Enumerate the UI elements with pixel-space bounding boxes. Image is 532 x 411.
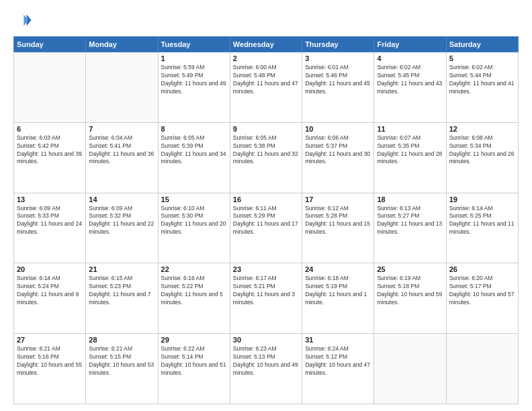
- calendar-cell: 5Sunrise: 6:02 AM Sunset: 5:44 PM Daylig…: [446, 52, 518, 123]
- day-info: Sunrise: 6:01 AM Sunset: 5:46 PM Dayligh…: [305, 64, 371, 96]
- day-info: Sunrise: 6:10 AM Sunset: 5:30 PM Dayligh…: [161, 205, 227, 237]
- weekday-header-thursday: Thursday: [302, 37, 374, 52]
- calendar-cell: 21Sunrise: 6:15 AM Sunset: 5:23 PM Dayli…: [86, 263, 158, 334]
- week-row-2: 6Sunrise: 6:03 AM Sunset: 5:42 PM Daylig…: [14, 122, 519, 193]
- day-info: Sunrise: 6:22 AM Sunset: 5:14 PM Dayligh…: [161, 345, 227, 377]
- day-number: 21: [89, 265, 154, 273]
- weekday-header-friday: Friday: [374, 37, 446, 52]
- calendar-cell: 7Sunrise: 6:04 AM Sunset: 5:41 PM Daylig…: [86, 122, 158, 193]
- day-info: Sunrise: 6:19 AM Sunset: 5:18 PM Dayligh…: [377, 275, 443, 307]
- logo-icon: [13, 11, 32, 30]
- weekday-header-monday: Monday: [86, 37, 158, 52]
- day-number: 28: [89, 336, 154, 344]
- day-info: Sunrise: 6:20 AM Sunset: 5:17 PM Dayligh…: [449, 275, 515, 307]
- day-info: Sunrise: 6:13 AM Sunset: 5:27 PM Dayligh…: [377, 205, 443, 237]
- calendar-cell: 4Sunrise: 6:02 AM Sunset: 5:45 PM Daylig…: [374, 52, 446, 123]
- day-info: Sunrise: 6:12 AM Sunset: 5:28 PM Dayligh…: [305, 205, 371, 237]
- day-number: 26: [449, 265, 515, 273]
- weekday-header-row: SundayMondayTuesdayWednesdayThursdayFrid…: [14, 37, 519, 52]
- day-number: 13: [17, 195, 83, 203]
- day-info: Sunrise: 6:09 AM Sunset: 5:32 PM Dayligh…: [89, 205, 154, 237]
- day-number: 20: [17, 265, 83, 273]
- day-info: Sunrise: 6:14 AM Sunset: 5:25 PM Dayligh…: [449, 205, 515, 237]
- day-number: 3: [305, 54, 371, 62]
- calendar-cell: 16Sunrise: 6:11 AM Sunset: 5:29 PM Dayli…: [230, 193, 302, 263]
- day-info: Sunrise: 6:00 AM Sunset: 5:48 PM Dayligh…: [233, 64, 299, 96]
- day-info: Sunrise: 6:21 AM Sunset: 5:16 PM Dayligh…: [17, 345, 83, 377]
- weekday-header-sunday: Sunday: [14, 37, 86, 52]
- day-number: 2: [233, 54, 299, 62]
- calendar-cell: 22Sunrise: 6:16 AM Sunset: 5:22 PM Dayli…: [158, 263, 230, 334]
- day-info: Sunrise: 6:23 AM Sunset: 5:13 PM Dayligh…: [233, 345, 299, 377]
- day-info: Sunrise: 6:03 AM Sunset: 5:42 PM Dayligh…: [17, 134, 83, 167]
- day-number: 10: [305, 125, 371, 133]
- day-number: 12: [449, 125, 515, 133]
- calendar-cell: 28Sunrise: 6:21 AM Sunset: 5:15 PM Dayli…: [86, 334, 158, 404]
- calendar-cell: 26Sunrise: 6:20 AM Sunset: 5:17 PM Dayli…: [446, 263, 518, 334]
- day-number: 24: [305, 265, 371, 273]
- day-info: Sunrise: 5:59 AM Sunset: 5:49 PM Dayligh…: [161, 64, 227, 96]
- day-info: Sunrise: 6:09 AM Sunset: 5:33 PM Dayligh…: [17, 205, 83, 237]
- calendar-cell: 17Sunrise: 6:12 AM Sunset: 5:28 PM Dayli…: [302, 193, 374, 263]
- day-info: Sunrise: 6:07 AM Sunset: 5:35 PM Dayligh…: [377, 134, 443, 167]
- day-info: Sunrise: 6:02 AM Sunset: 5:45 PM Dayligh…: [377, 64, 443, 96]
- calendar-cell: 23Sunrise: 6:17 AM Sunset: 5:21 PM Dayli…: [230, 263, 302, 334]
- calendar-cell: 29Sunrise: 6:22 AM Sunset: 5:14 PM Dayli…: [158, 334, 230, 404]
- calendar-cell: 11Sunrise: 6:07 AM Sunset: 5:35 PM Dayli…: [374, 122, 446, 193]
- calendar-cell: 30Sunrise: 6:23 AM Sunset: 5:13 PM Dayli…: [230, 334, 302, 404]
- day-info: Sunrise: 6:14 AM Sunset: 5:24 PM Dayligh…: [17, 275, 83, 307]
- day-number: 6: [17, 125, 83, 133]
- weekday-header-wednesday: Wednesday: [230, 37, 302, 52]
- day-number: 17: [305, 195, 371, 203]
- day-number: 14: [89, 195, 154, 203]
- calendar-cell: [14, 52, 86, 123]
- day-info: Sunrise: 6:21 AM Sunset: 5:15 PM Dayligh…: [89, 345, 154, 377]
- day-info: Sunrise: 6:04 AM Sunset: 5:41 PM Dayligh…: [89, 134, 154, 167]
- day-number: 11: [377, 125, 443, 133]
- calendar-cell: 19Sunrise: 6:14 AM Sunset: 5:25 PM Dayli…: [446, 193, 518, 263]
- calendar-cell: 9Sunrise: 6:05 AM Sunset: 5:38 PM Daylig…: [230, 122, 302, 193]
- calendar-cell: 18Sunrise: 6:13 AM Sunset: 5:27 PM Dayli…: [374, 193, 446, 263]
- calendar-cell: 1Sunrise: 5:59 AM Sunset: 5:49 PM Daylig…: [158, 52, 230, 123]
- calendar-cell: 12Sunrise: 6:08 AM Sunset: 5:34 PM Dayli…: [446, 122, 518, 193]
- day-number: 15: [161, 195, 227, 203]
- day-number: 22: [161, 265, 227, 273]
- calendar-cell: 15Sunrise: 6:10 AM Sunset: 5:30 PM Dayli…: [158, 193, 230, 263]
- day-number: 25: [377, 265, 443, 273]
- calendar-cell: 20Sunrise: 6:14 AM Sunset: 5:24 PM Dayli…: [14, 263, 86, 334]
- day-number: 7: [89, 125, 154, 133]
- day-info: Sunrise: 6:24 AM Sunset: 5:12 PM Dayligh…: [305, 345, 371, 377]
- day-number: 8: [161, 125, 227, 133]
- logo: [13, 11, 35, 30]
- calendar-cell: 25Sunrise: 6:19 AM Sunset: 5:18 PM Dayli…: [374, 263, 446, 334]
- calendar-cell: 10Sunrise: 6:06 AM Sunset: 5:37 PM Dayli…: [302, 122, 374, 193]
- day-number: 18: [377, 195, 443, 203]
- weekday-header-tuesday: Tuesday: [158, 37, 230, 52]
- day-info: Sunrise: 6:11 AM Sunset: 5:29 PM Dayligh…: [233, 205, 299, 237]
- day-number: 27: [17, 336, 83, 344]
- calendar-table: SundayMondayTuesdayWednesdayThursdayFrid…: [13, 36, 519, 404]
- day-number: 1: [161, 54, 227, 62]
- week-row-3: 13Sunrise: 6:09 AM Sunset: 5:33 PM Dayli…: [14, 193, 519, 263]
- header: [13, 11, 519, 30]
- calendar-cell: 14Sunrise: 6:09 AM Sunset: 5:32 PM Dayli…: [86, 193, 158, 263]
- calendar-cell: 8Sunrise: 6:05 AM Sunset: 5:39 PM Daylig…: [158, 122, 230, 193]
- calendar-cell: 6Sunrise: 6:03 AM Sunset: 5:42 PM Daylig…: [14, 122, 86, 193]
- calendar-cell: 13Sunrise: 6:09 AM Sunset: 5:33 PM Dayli…: [14, 193, 86, 263]
- week-row-4: 20Sunrise: 6:14 AM Sunset: 5:24 PM Dayli…: [14, 263, 519, 334]
- page: SundayMondayTuesdayWednesdayThursdayFrid…: [0, 0, 532, 411]
- week-row-5: 27Sunrise: 6:21 AM Sunset: 5:16 PM Dayli…: [14, 334, 519, 404]
- calendar-cell: 24Sunrise: 6:18 AM Sunset: 5:19 PM Dayli…: [302, 263, 374, 334]
- day-info: Sunrise: 6:16 AM Sunset: 5:22 PM Dayligh…: [161, 275, 227, 307]
- day-info: Sunrise: 6:18 AM Sunset: 5:19 PM Dayligh…: [305, 275, 371, 307]
- day-number: 16: [233, 195, 299, 203]
- day-number: 23: [233, 265, 299, 273]
- day-info: Sunrise: 6:08 AM Sunset: 5:34 PM Dayligh…: [449, 134, 515, 167]
- week-row-1: 1Sunrise: 5:59 AM Sunset: 5:49 PM Daylig…: [14, 52, 519, 123]
- calendar-cell: 27Sunrise: 6:21 AM Sunset: 5:16 PM Dayli…: [14, 334, 86, 404]
- calendar-cell: [446, 334, 518, 404]
- day-number: 19: [449, 195, 515, 203]
- calendar-cell: [374, 334, 446, 404]
- calendar-cell: 3Sunrise: 6:01 AM Sunset: 5:46 PM Daylig…: [302, 52, 374, 123]
- day-number: 29: [161, 336, 227, 344]
